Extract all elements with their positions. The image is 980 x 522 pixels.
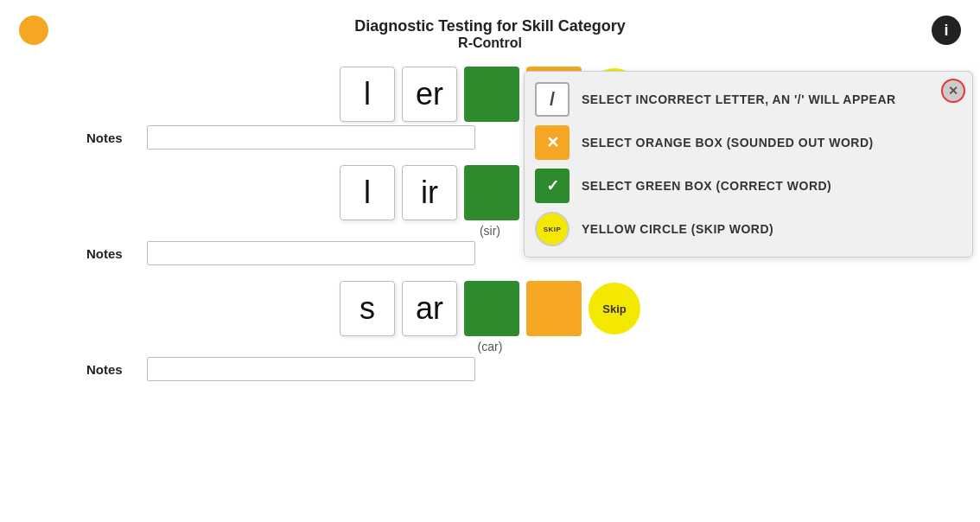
page-header: Diagnostic Testing for Skill Category R-…: [0, 0, 980, 58]
skip-circle-icon: SKIP: [535, 212, 570, 246]
page-title: Diagnostic Testing for Skill Category: [0, 17, 980, 35]
legend-row-green: ✓ SELECT GREEN BOX (CORRECT WORD): [535, 169, 958, 203]
notes-input-2[interactable]: [147, 241, 475, 265]
notes-input-1[interactable]: [147, 125, 475, 150]
word-hint-3: (car): [0, 340, 980, 353]
letter-box-ir2[interactable]: ir: [402, 165, 457, 220]
legend-row-skip: SKIP YELLOW CIRCLE (SKIP WORD): [535, 212, 958, 246]
slash-box-icon: /: [535, 82, 570, 117]
orange-box-3[interactable]: [526, 281, 582, 336]
green-box-2[interactable]: [464, 165, 519, 220]
letter-box-l1[interactable]: l: [340, 67, 395, 122]
letter-box-l2[interactable]: l: [340, 165, 395, 220]
orange-x-icon: ✕: [535, 125, 570, 160]
word-section-3: s ar Skip (car) Notes: [0, 281, 980, 381]
letter-box-s3[interactable]: s: [340, 281, 395, 336]
green-box-3[interactable]: [464, 281, 519, 336]
notes-row-3: Notes: [0, 357, 980, 381]
page-subtitle: R-Control: [0, 35, 980, 51]
green-check-icon: ✓: [535, 169, 570, 203]
notes-label-2: Notes: [86, 246, 138, 261]
letter-box-er1[interactable]: er: [402, 67, 457, 122]
green-box-1[interactable]: [464, 67, 519, 122]
skip-button-3[interactable]: Skip: [589, 283, 640, 334]
notes-label-1: Notes: [86, 130, 138, 145]
letter-box-ar3[interactable]: ar: [402, 281, 457, 336]
legend-skip-text: YELLOW CIRCLE (SKIP WORD): [582, 222, 773, 236]
legend-row-slash: / SELECT INCORRECT LETTER, AN '/' WILL A…: [535, 82, 958, 117]
legend-orange-text: SELECT ORANGE BOX (SOUNDED OUT WORD): [582, 136, 874, 150]
legend-slash-text: SELECT INCORRECT LETTER, AN '/' WILL APP…: [582, 92, 896, 106]
notes-label-3: Notes: [86, 362, 138, 377]
notes-input-3[interactable]: [147, 357, 475, 381]
legend-row-orange: ✕ SELECT ORANGE BOX (SOUNDED OUT WORD): [535, 125, 958, 160]
legend-popup: ✕ / SELECT INCORRECT LETTER, AN '/' WILL…: [524, 71, 973, 258]
close-icon[interactable]: ✕: [941, 79, 965, 103]
info-icon[interactable]: i: [932, 16, 961, 45]
word-row-3: s ar Skip: [0, 281, 980, 336]
legend-green-text: SELECT GREEN BOX (CORRECT WORD): [582, 179, 831, 193]
